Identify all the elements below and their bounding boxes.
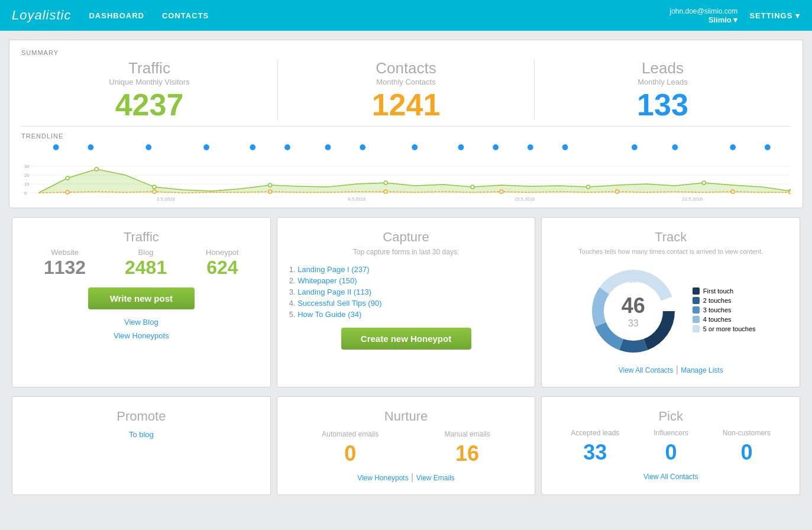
svg-point-2: [145, 144, 151, 150]
to-blog-link[interactable]: To blog: [129, 430, 154, 439]
legend-label-1: First touch: [703, 287, 733, 295]
pick-links: View All Contacts: [554, 471, 788, 481]
capture-subtitle: Top capture forms in last 30 days:: [289, 248, 523, 256]
influencers-col: Influencers 0: [654, 429, 688, 465]
promote-section: Promote To blog: [12, 396, 271, 495]
view-all-contacts-pick-link[interactable]: View All Contacts: [643, 473, 698, 481]
donut-main-value: 46: [622, 293, 645, 318]
traffic-title: Traffic: [21, 59, 277, 77]
svg-point-15: [730, 144, 736, 150]
logo: Loyalistic: [12, 8, 71, 23]
traffic-stats: Website 1132 Blog 2481 Honeypot 624: [24, 248, 258, 279]
item-num: 4.: [289, 299, 296, 308]
view-all-contacts-link[interactable]: View All Contacts: [619, 366, 674, 374]
link-separator: |: [676, 364, 681, 374]
legend-label-2: 2 touches: [703, 297, 732, 304]
legend-color-4: [693, 316, 700, 323]
nurture-links: View Honeypots | View Emails: [289, 472, 523, 483]
svg-text:30: 30: [24, 164, 30, 169]
svg-text:10: 10: [24, 182, 30, 187]
item-num: 1.: [289, 265, 296, 274]
svg-point-26: [66, 176, 69, 180]
svg-text:8.5.2016: 8.5.2016: [348, 196, 366, 202]
accepted-value: 33: [571, 440, 619, 465]
donut-sub-value: 33: [622, 318, 645, 329]
svg-point-29: [268, 183, 272, 187]
settings-button[interactable]: SETTINGS ▾: [749, 11, 800, 20]
leads-value: 133: [535, 89, 791, 120]
blog-value: 2481: [125, 257, 167, 279]
user-org[interactable]: Siimio ▾: [669, 15, 737, 24]
donut-chart: 46 33 10: [586, 264, 681, 358]
influencers-label: Influencers: [654, 429, 688, 437]
track-section: Track Touches tells how many times conta…: [541, 217, 800, 387]
capture-item-link[interactable]: Landing Page I (237): [297, 265, 369, 274]
user-email: john.doe@siimio.com: [669, 7, 737, 15]
legend-label-5: 5 or more touches: [703, 325, 756, 332]
capture-section-title: Capture: [289, 230, 523, 245]
create-honeypot-button[interactable]: Create new Honeypot: [341, 328, 471, 350]
promote-link: To blog: [24, 429, 258, 439]
legend-item: 4 touches: [693, 316, 756, 323]
main-nav: DASHBOARD CONTACTS: [89, 11, 209, 20]
traffic-view-links: View Blog View Honeypots: [24, 315, 258, 343]
header: Loyalistic DASHBOARD CONTACTS john.doe@s…: [0, 0, 812, 31]
capture-item-link[interactable]: Landing Page II (113): [297, 287, 371, 296]
svg-point-14: [672, 144, 678, 150]
svg-text:15.5.2016: 15.5.2016: [515, 196, 535, 202]
leads-metric: Leads Monthly Leads 133: [535, 59, 791, 120]
capture-item-link[interactable]: Whitepaper (150): [297, 276, 357, 285]
svg-point-35: [66, 190, 69, 194]
trendline-label: TRENDLINE: [21, 132, 791, 140]
traffic-section-title: Traffic: [24, 230, 258, 245]
svg-point-39: [500, 190, 503, 193]
view-honeypots-nurture-link[interactable]: View Honeypots: [357, 474, 409, 482]
svg-text:0: 0: [24, 190, 27, 196]
legend-color-2: [693, 297, 700, 304]
blog-col: Blog 2481: [125, 248, 167, 279]
nurture-title: Nurture: [289, 409, 523, 424]
traffic-subtitle: Unique Monthly Visitors: [21, 77, 277, 86]
svg-point-1: [88, 144, 93, 150]
svg-point-33: [702, 181, 706, 185]
svg-point-7: [360, 144, 365, 150]
view-emails-link[interactable]: View Emails: [416, 474, 455, 482]
list-item: 3. Landing Page II (113): [289, 287, 523, 296]
view-honeypots-link[interactable]: View Honeypots: [24, 329, 258, 342]
summary-label: SUMMARY: [21, 49, 791, 56]
promote-title: Promote: [24, 409, 258, 424]
svg-point-3: [203, 144, 209, 150]
svg-point-41: [731, 190, 735, 193]
svg-point-32: [587, 185, 590, 189]
view-blog-link[interactable]: View Blog: [24, 315, 258, 329]
track-content: 46 33 10 First touch 2 touches: [554, 264, 788, 358]
capture-item-link[interactable]: Successful Sell Tips (90): [297, 299, 381, 308]
write-post-button[interactable]: Write new post: [88, 287, 195, 309]
website-value: 1132: [44, 257, 86, 279]
capture-item-link[interactable]: How To Guide (34): [297, 310, 361, 319]
traffic-value: 4237: [21, 89, 277, 120]
noncustomers-value: 0: [723, 440, 771, 465]
svg-point-28: [153, 185, 156, 189]
legend-label-3: 3 touches: [703, 306, 732, 314]
legend-label-4: 4 touches: [703, 316, 732, 323]
noncustomers-col: Non-customers 0: [723, 429, 771, 465]
leads-subtitle: Monthly Leads: [535, 77, 791, 86]
nav-dashboard[interactable]: DASHBOARD: [89, 11, 144, 20]
contacts-subtitle: Monthly Contacts: [278, 77, 534, 86]
svg-text:22.5.2016: 22.5.2016: [682, 196, 703, 202]
legend-color-1: [693, 287, 700, 295]
capture-list: 1. Landing Page I (237) 2. Whitepaper (1…: [289, 265, 523, 319]
sections-row: Traffic Website 1132 Blog 2481 Honeypot …: [9, 217, 803, 387]
pick-stats: Accepted leads 33 Influencers 0 Non-cust…: [554, 429, 788, 465]
manage-lists-link[interactable]: Manage Lists: [681, 366, 723, 374]
noncustomers-label: Non-customers: [723, 429, 771, 437]
svg-point-27: [95, 167, 98, 171]
nav-contacts[interactable]: CONTACTS: [162, 11, 209, 20]
svg-point-0: [53, 144, 59, 150]
svg-point-9: [458, 144, 464, 150]
accepted-col: Accepted leads 33: [571, 429, 619, 465]
legend-item: First touch: [693, 287, 756, 295]
honeypot-label: Honeypot: [206, 248, 239, 257]
pick-section: Pick Accepted leads 33 Influencers 0 Non…: [541, 396, 800, 495]
